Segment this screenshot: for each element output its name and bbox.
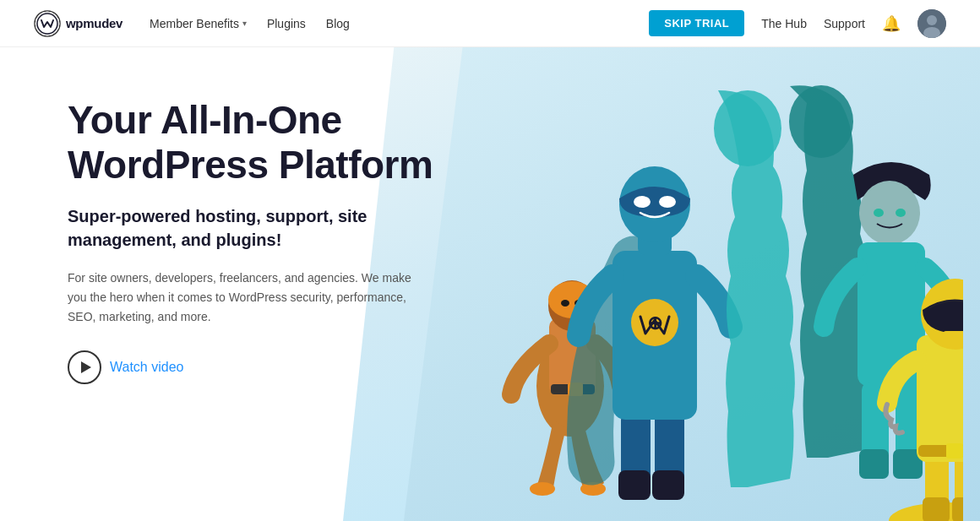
svg-point-27 bbox=[659, 196, 676, 208]
svg-point-28 bbox=[714, 90, 781, 166]
navbar: ⊕ wpmudev Member Benefits ▾ Plugins Blog… bbox=[0, 0, 980, 47]
logo-text: wpmudev bbox=[66, 16, 122, 30]
svg-rect-36 bbox=[859, 449, 889, 479]
hero-section: Your All-In-One WordPress Platform Super… bbox=[0, 47, 980, 521]
logo-icon: ⊕ bbox=[34, 10, 61, 37]
notification-bell-icon[interactable]: 🔔 bbox=[882, 14, 901, 33]
svg-point-29 bbox=[789, 85, 853, 158]
logo-link[interactable]: ⊕ wpmudev bbox=[34, 10, 122, 37]
avatar-image bbox=[917, 9, 946, 38]
nav-blog[interactable]: Blog bbox=[326, 17, 350, 30]
svg-rect-47 bbox=[946, 443, 963, 459]
hero-teal-silhouette bbox=[714, 90, 795, 487]
nav-member-benefits[interactable]: Member Benefits ▾ bbox=[150, 17, 247, 30]
hero-subtitle: Super-powered hosting, support, site man… bbox=[68, 204, 439, 252]
nav-plugins[interactable]: Plugins bbox=[267, 17, 306, 30]
hero-title: Your All-In-One WordPress Platform bbox=[68, 98, 439, 187]
superheroes-svg: ⊕ bbox=[473, 82, 963, 521]
svg-point-26 bbox=[634, 196, 651, 208]
svg-rect-20 bbox=[652, 470, 684, 500]
svg-point-13 bbox=[561, 300, 569, 307]
hero-description: For site owners, developers, freelancers… bbox=[68, 269, 422, 327]
nav-right: SKIP TRIAL The Hub Support 🔔 bbox=[649, 9, 946, 38]
svg-point-2 bbox=[35, 12, 59, 35]
hero-main-blue: ⊕ bbox=[579, 166, 731, 500]
hero-illustration: ⊕ bbox=[473, 82, 963, 521]
play-triangle-icon bbox=[81, 361, 91, 373]
svg-rect-41 bbox=[923, 497, 950, 521]
chevron-down-icon: ▾ bbox=[242, 19, 247, 28]
support-link[interactable]: Support bbox=[824, 17, 865, 30]
the-hub-link[interactable]: The Hub bbox=[761, 17, 807, 30]
svg-point-8 bbox=[530, 482, 555, 496]
svg-rect-42 bbox=[952, 497, 963, 521]
hero-content: Your All-In-One WordPress Platform Super… bbox=[0, 47, 439, 384]
nav-links: Member Benefits ▾ Plugins Blog bbox=[150, 17, 649, 30]
play-circle-icon bbox=[68, 350, 101, 384]
svg-rect-19 bbox=[618, 470, 651, 500]
skip-trial-button[interactable]: SKIP TRIAL bbox=[649, 10, 744, 36]
svg-point-31 bbox=[874, 209, 884, 217]
svg-text:⊕: ⊕ bbox=[647, 312, 662, 334]
user-avatar[interactable] bbox=[917, 9, 946, 38]
svg-point-30 bbox=[859, 181, 920, 245]
watch-video-label: Watch video bbox=[110, 360, 183, 375]
svg-rect-45 bbox=[942, 331, 963, 348]
svg-point-5 bbox=[927, 15, 937, 25]
svg-point-32 bbox=[896, 209, 906, 217]
watch-video-button[interactable]: Watch video bbox=[68, 350, 183, 384]
